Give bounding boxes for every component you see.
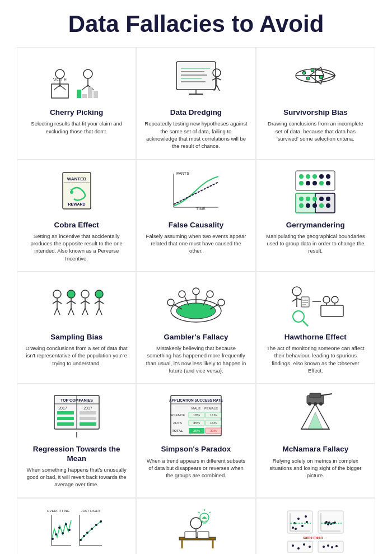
svg-point-119 [323, 296, 330, 303]
card-publication-bias: Publication Bias Interesting research fi… [136, 498, 255, 554]
card-title-cherry-picking: Cherry Picking [50, 108, 103, 117]
card-danger-summary-metrics: same mean → Danger of Summary Metrics On… [256, 498, 375, 554]
svg-point-35 [311, 68, 314, 72]
illustration-overfitting: OVERFITTING JUST RIGHT [25, 505, 128, 554]
svg-point-109 [292, 287, 301, 296]
svg-point-51 [306, 174, 310, 179]
svg-point-36 [319, 76, 323, 79]
svg-point-227 [331, 546, 333, 548]
card-desc-cherry-picking: Selecting results that fit your claim an… [25, 120, 128, 135]
card-desc-survivorship-bias: Drawing conclusions from an incomplete s… [264, 120, 367, 142]
svg-line-93 [95, 301, 99, 304]
svg-line-124 [303, 321, 308, 326]
svg-line-82 [71, 301, 76, 304]
svg-line-94 [99, 301, 104, 304]
illustration-cherry-picking: VOTE [25, 54, 128, 105]
svg-rect-196 [287, 511, 312, 533]
svg-rect-136 [80, 422, 96, 426]
card-survivorship-bias: Survivorship Bias Drawing conclusions fr… [256, 47, 375, 159]
illustration-false-causality: PANTS TIME [144, 167, 247, 217]
svg-point-120 [332, 296, 338, 303]
card-false-causality: PANTS TIME False Causality Falsely assum… [136, 160, 255, 272]
svg-line-87 [81, 301, 85, 304]
card-hawthorne-effect: Hawthorne Effect The act of monitoring s… [256, 272, 375, 384]
svg-line-81 [67, 301, 71, 304]
svg-point-64 [306, 197, 310, 201]
svg-line-96 [99, 308, 102, 315]
illustration-gamblers-fallacy [144, 279, 247, 329]
svg-point-172 [55, 533, 57, 536]
svg-point-53 [319, 174, 324, 179]
svg-rect-13 [94, 91, 98, 98]
svg-rect-131 [57, 411, 74, 415]
svg-point-41 [70, 190, 73, 194]
card-title-mcnamara-fallacy: McNamara Fallacy [282, 445, 348, 454]
svg-rect-224 [318, 541, 343, 552]
svg-point-79 [67, 290, 75, 298]
svg-rect-134 [80, 411, 96, 415]
svg-text:FEMALE: FEMALE [204, 407, 218, 410]
card-desc-data-dredging: Repeatedly testing new hypotheses agains… [144, 120, 247, 150]
svg-text:2017: 2017 [83, 406, 92, 410]
illustration-data-dredging [144, 54, 247, 105]
svg-point-228 [335, 545, 338, 547]
svg-point-52 [312, 174, 317, 179]
card-gerrymandering: Gerrymandering Manipulating the geograph… [256, 160, 375, 272]
svg-text:25%: 25% [193, 429, 200, 432]
svg-point-102 [207, 291, 213, 297]
svg-line-89 [82, 308, 85, 315]
card-mcnamara-fallacy: McNamara Fallacy Relying solely on metri… [256, 384, 375, 497]
svg-rect-62 [315, 193, 335, 213]
svg-rect-11 [82, 94, 87, 98]
svg-line-163 [321, 394, 332, 395]
card-gamblers-fallacy: Gambler's Fallacy Mistakenly believing t… [136, 272, 255, 384]
card-title-regression-mean: Regression Towards the Mean [25, 445, 128, 463]
svg-line-5 [60, 85, 66, 90]
svg-text:PANTS: PANTS [176, 171, 189, 175]
svg-point-202 [295, 528, 297, 530]
page: Data Fallacies to Avoid VOTE [0, 0, 392, 554]
cards-grid: VOTE Cherry Picking [17, 47, 375, 554]
svg-point-66 [319, 197, 324, 201]
svg-point-164 [308, 402, 311, 406]
svg-point-225 [323, 546, 325, 548]
card-desc-simpsons-paradox: When a trend appears in different subset… [144, 457, 247, 479]
svg-point-65 [312, 197, 317, 201]
page-title: Data Fallacies to Avoid [17, 11, 375, 37]
card-title-data-dredging: Data Dredging [170, 108, 222, 117]
svg-point-91 [95, 290, 103, 298]
card-simpsons-paradox: APPLICATION SUCCESS RATE MALE FEMALE SCI… [136, 384, 255, 497]
svg-text:OVERFITTING: OVERFITTING [46, 509, 69, 513]
svg-point-37 [306, 77, 310, 80]
svg-point-59 [326, 181, 330, 185]
svg-point-100 [179, 291, 185, 297]
card-desc-regression-mean: When something happens that's unusually … [25, 466, 128, 488]
illustration-cobra-effect: WANTED REWARD [25, 167, 128, 217]
svg-line-78 [57, 308, 60, 315]
card-desc-cobra-effect: Setting an incentive that accidentally p… [25, 232, 128, 262]
svg-line-112 [297, 299, 301, 300]
svg-text:TOTAL: TOTAL [172, 429, 183, 432]
svg-point-175 [65, 523, 67, 525]
svg-rect-10 [77, 90, 81, 98]
illustration-mcnamara-fallacy [264, 391, 367, 441]
svg-point-69 [306, 203, 310, 208]
svg-point-55 [299, 181, 304, 185]
illustration-simpsons-paradox: APPLICATION SUCCESS RATE MALE FEMALE SCI… [144, 391, 247, 441]
svg-point-50 [299, 174, 304, 179]
svg-point-166 [319, 402, 323, 406]
svg-line-26 [217, 78, 221, 80]
svg-point-73 [53, 290, 61, 298]
svg-text:APPLICATION SUCCESS RATE: APPLICATION SUCCESS RATE [169, 398, 223, 402]
svg-point-70 [312, 203, 317, 208]
svg-point-6 [83, 69, 92, 78]
illustration-danger-summary-metrics: same mean → [264, 505, 367, 554]
svg-point-101 [193, 288, 199, 295]
svg-line-95 [96, 308, 99, 315]
svg-point-67 [326, 197, 330, 201]
svg-line-90 [85, 308, 88, 315]
svg-line-28 [217, 85, 220, 91]
card-title-survivorship-bias: Survivorship Bias [283, 108, 348, 117]
svg-text:MALE: MALE [192, 407, 200, 410]
svg-point-98 [176, 303, 216, 319]
